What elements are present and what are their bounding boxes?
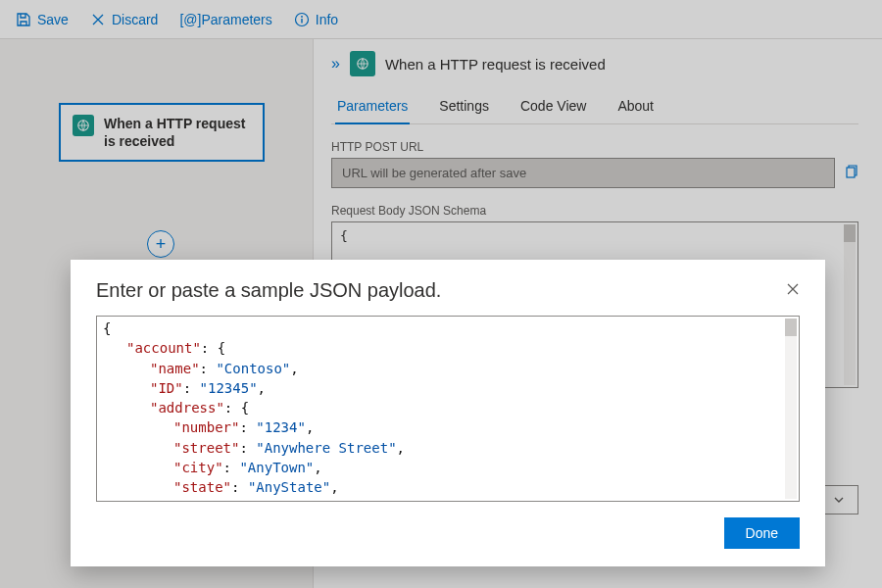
json-line: "country": "USA", <box>103 498 793 502</box>
json-line: "address": { <box>103 398 793 417</box>
json-payload-input[interactable]: {"account": { "name": "Contoso","ID": "1… <box>96 316 800 502</box>
done-button[interactable]: Done <box>724 517 800 549</box>
json-line: "account": { <box>103 338 793 358</box>
json-line: "street": "Anywhere Street", <box>103 438 793 458</box>
json-line: "ID": "12345", <box>103 378 793 398</box>
json-line: "number": "1234", <box>103 417 793 437</box>
json-line: "state": "AnyState", <box>103 477 793 497</box>
json-payload-modal: Enter or paste a sample JSON payload. {"… <box>71 260 825 566</box>
json-line: "city": "AnyTown", <box>103 458 793 477</box>
json-line: { <box>103 318 793 338</box>
close-modal-button[interactable] <box>786 280 800 301</box>
scrollbar-track[interactable] <box>785 318 797 499</box>
scrollbar-thumb[interactable] <box>785 318 797 336</box>
modal-title: Enter or paste a sample JSON payload. <box>96 279 441 302</box>
json-line: "name": "Contoso", <box>103 359 793 378</box>
close-icon <box>786 282 800 296</box>
